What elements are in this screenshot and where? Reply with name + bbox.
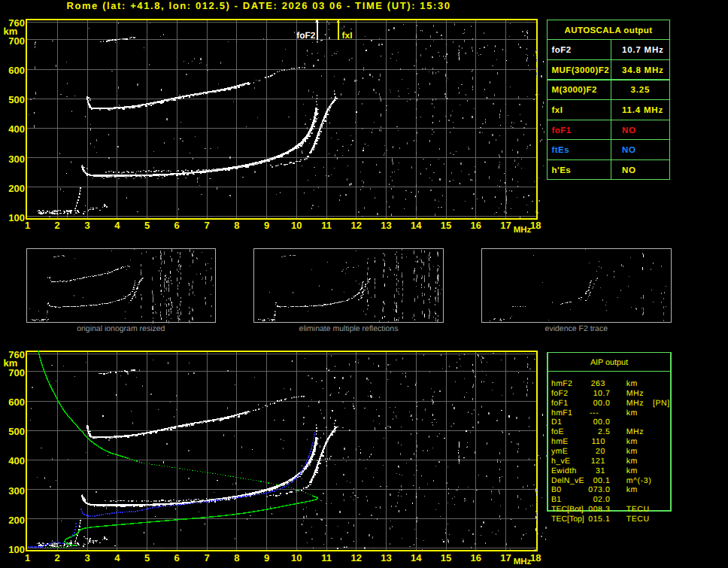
svg-text:300: 300 [8, 485, 25, 497]
svg-text:hmF2: hmF2 [551, 379, 572, 388]
svg-text:600: 600 [8, 65, 25, 76]
svg-text:200: 200 [8, 515, 25, 526]
svg-text:1: 1 [25, 220, 30, 231]
svg-text:Ewidth: Ewidth [551, 466, 577, 475]
svg-text:00.0: 00.0 [593, 399, 611, 408]
svg-text:B0: B0 [551, 485, 562, 494]
svg-text:foF1: foF1 [551, 399, 568, 408]
svg-text:015.1: 015.1 [588, 515, 610, 524]
svg-text:121: 121 [591, 457, 605, 466]
svg-text:16: 16 [471, 220, 481, 231]
svg-text:AIP output: AIP output [590, 358, 628, 367]
svg-text:2.5: 2.5 [598, 427, 610, 436]
svg-text:3: 3 [84, 220, 89, 231]
svg-text:MHz: MHz [626, 427, 644, 436]
svg-text:TEC[Top]: TEC[Top] [551, 515, 584, 524]
svg-text:h'Es: h'Es [552, 166, 572, 175]
svg-text:MHz: MHz [626, 399, 644, 408]
svg-text:evidence F2 trace: evidence F2 trace [545, 324, 608, 333]
svg-text:foE: foE [551, 427, 564, 436]
svg-text:TECU: TECU [626, 515, 650, 524]
svg-text:foF2: foF2 [552, 46, 572, 55]
svg-text:13: 13 [381, 552, 391, 563]
svg-text:16: 16 [471, 552, 481, 563]
svg-text:NO: NO [622, 126, 636, 135]
svg-text:18: 18 [530, 552, 541, 563]
svg-text:31: 31 [596, 466, 605, 475]
svg-text:km: km [626, 437, 638, 446]
svg-text:500: 500 [8, 426, 25, 437]
svg-text:5: 5 [144, 552, 150, 563]
svg-text:700: 700 [8, 35, 25, 47]
svg-text:hmF1: hmF1 [551, 409, 572, 418]
svg-text:1: 1 [25, 552, 30, 563]
svg-text:fxI: fxI [342, 30, 353, 41]
svg-text:14: 14 [411, 552, 422, 563]
svg-text:km: km [626, 466, 638, 475]
svg-text:km: km [626, 485, 638, 494]
svg-text:600: 600 [8, 396, 25, 408]
svg-text:14: 14 [411, 220, 422, 231]
svg-text:km: km [626, 457, 638, 466]
svg-text:NO: NO [622, 146, 636, 155]
svg-text:15: 15 [441, 552, 451, 563]
svg-text:MHz: MHz [514, 226, 532, 235]
svg-text:km: km [4, 357, 18, 369]
svg-text:[PN]: [PN] [653, 399, 670, 408]
svg-text:10: 10 [291, 220, 302, 231]
svg-text:12: 12 [351, 220, 362, 231]
svg-text:D1: D1 [551, 418, 562, 427]
svg-text:263: 263 [591, 379, 605, 388]
svg-text:400: 400 [8, 455, 25, 466]
svg-text:Rome (lat: +41.8, lon: 012.5): Rome (lat: +41.8, lon: 012.5) - DATE: 20… [66, 0, 450, 11]
svg-text:original ionogram resized: original ionogram resized [77, 324, 165, 333]
svg-text:5: 5 [144, 220, 150, 231]
svg-text:M(3000)F2: M(3000)F2 [552, 86, 597, 95]
svg-text:100: 100 [8, 544, 25, 555]
svg-text:300: 300 [8, 153, 25, 165]
svg-text:7: 7 [204, 552, 209, 563]
svg-text:8: 8 [234, 220, 239, 231]
svg-text:34.8 MHz: 34.8 MHz [622, 66, 664, 75]
svg-text:3.25: 3.25 [631, 86, 651, 95]
svg-text:2: 2 [55, 552, 60, 563]
svg-text:7: 7 [204, 220, 209, 231]
svg-text:4: 4 [114, 220, 120, 231]
svg-text:km: km [4, 26, 18, 37]
svg-text:17: 17 [500, 220, 511, 231]
svg-text:200: 200 [8, 183, 25, 194]
svg-text:17: 17 [500, 552, 511, 563]
svg-text:13: 13 [381, 220, 391, 231]
svg-text:---: --- [590, 409, 599, 418]
svg-text:km: km [626, 379, 638, 388]
svg-text:400: 400 [8, 123, 25, 135]
svg-text:eliminate multiple reflections: eliminate multiple reflections [299, 324, 399, 333]
svg-text:m^(-3): m^(-3) [626, 476, 652, 485]
svg-text:11.4 MHz: 11.4 MHz [622, 106, 663, 115]
svg-text:02.0: 02.0 [593, 495, 611, 504]
svg-text:h_vE: h_vE [551, 457, 570, 466]
svg-text:2: 2 [55, 220, 60, 231]
svg-text:MHz: MHz [514, 557, 532, 566]
svg-text:hmE: hmE [551, 437, 569, 446]
svg-text:11: 11 [321, 220, 332, 231]
svg-text:fxI: fxI [552, 106, 563, 115]
svg-text:AUTOSCALA output: AUTOSCALA output [565, 26, 653, 35]
svg-text:8: 8 [234, 552, 239, 563]
svg-text:6: 6 [174, 220, 180, 231]
svg-text:NO: NO [622, 166, 636, 175]
svg-text:foF2: foF2 [551, 389, 568, 398]
svg-text:MHz: MHz [626, 389, 644, 398]
svg-text:700: 700 [8, 367, 25, 378]
svg-text:11: 11 [321, 552, 332, 563]
svg-text:9: 9 [264, 552, 269, 563]
svg-text:foF2: foF2 [296, 30, 316, 41]
svg-text:9: 9 [264, 220, 269, 231]
svg-text:MUF(3000)F2: MUF(3000)F2 [552, 66, 610, 75]
svg-text:6: 6 [174, 552, 180, 563]
svg-text:20: 20 [596, 447, 605, 456]
svg-text:ftEs: ftEs [552, 146, 570, 155]
svg-text:TECU: TECU [626, 505, 650, 514]
svg-text:DelN_vE: DelN_vE [551, 476, 584, 485]
svg-text:4: 4 [114, 552, 120, 563]
